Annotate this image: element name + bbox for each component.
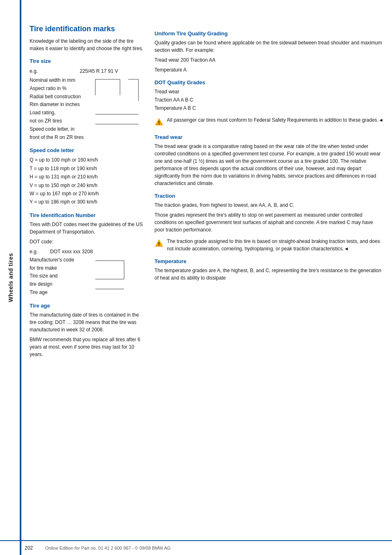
tire-size-diagram: e.g. 225/45 R 17 91 V Nominal width in m… [30, 68, 145, 141]
uniform-quality-para1: Quality grades can be found where applic… [154, 39, 384, 54]
svg-text:!: ! [158, 120, 160, 126]
dot-quality-heading: DOT Quality Grades [154, 79, 384, 86]
sidebar-label: Wheels and tires [7, 253, 14, 302]
dot-quality-grades: Tread wear Traction AA A B C Temperature… [154, 88, 384, 112]
traction-warning: ! The traction grade assigned to this ti… [154, 238, 384, 252]
temperature-body: The temperature grades are A, the highes… [154, 267, 384, 282]
speed-item-y: Y = up to 186 mph or 300 km/h [30, 198, 145, 206]
tire-size-bracket-area: Nominal width in mm Aspect ratio in % Ra… [30, 76, 145, 141]
traction-warning-text: The traction grade assigned to this tire… [167, 238, 384, 252]
speed-item-q: Q = up to 100 mph or 160 km/h [30, 156, 145, 164]
dot-bracket-svg [91, 256, 145, 297]
uniform-quality-example1: Tread wear 200 Traction AA [154, 56, 384, 64]
intro-text: Knowledge of the labeling on the side of… [30, 37, 145, 52]
dot-bracket-area: Manufacturer's code for tire make Tire s… [30, 256, 145, 297]
uniform-quality-heading: Uniform Tire Quality Grading [154, 30, 384, 37]
dot-quality-warning-text: All passenger car tires must conform to … [167, 116, 383, 124]
sidebar-bar [20, 0, 21, 555]
speed-item-h: H = up to 131 mph or 210 km/h [30, 173, 145, 181]
tire-id-heading: Tire Identification Number [30, 212, 145, 218]
main-title: Tire identification marks [30, 25, 145, 33]
dot-eg-row: e.g. DOT xxxx xxx 3208 [30, 249, 145, 254]
footer-page-number: 202 [25, 545, 39, 551]
svg-text:!: ! [158, 241, 160, 247]
dot-code-label: DOT code: [30, 238, 145, 245]
left-column: Tire identification marks Knowledge of t… [30, 25, 145, 547]
traction-para1: The traction grades, from highest to low… [154, 201, 384, 209]
sidebar: Wheels and tires [0, 0, 21, 555]
tire-eg-row: e.g. 225/45 R 17 91 V [30, 68, 145, 74]
dot-grade-2: Traction AA A B C [154, 96, 384, 104]
speed-item-w: W = up to 167 mph or 270 km/h [30, 190, 145, 198]
traction-heading: Traction [154, 193, 384, 199]
warning-triangle-icon-2: ! [154, 238, 164, 247]
footer: 202 Online Edition for Part no. 01 41 2 … [0, 540, 392, 555]
traction-para2: Those grades represent the tire's abilit… [154, 211, 384, 234]
uniform-quality-example2: Temperature A [154, 66, 384, 74]
tire-size-bracket-svg [91, 75, 145, 132]
tire-eg-label: e.g. [30, 68, 43, 74]
speed-code-heading: Speed code letter [30, 147, 145, 153]
right-column: Uniform Tire Quality Grading Quality gra… [154, 25, 384, 547]
tire-id-para1: Tires with DOT codes meet the guidelines… [30, 221, 145, 236]
speed-code-list: Q = up to 100 mph or 160 km/h T = up to … [30, 156, 145, 206]
tire-eg-value: 225/45 R 17 91 V [80, 68, 118, 74]
tread-wear-heading: Tread wear [154, 134, 384, 140]
tire-age-para2: BMW recommends that you replace all tire… [30, 336, 145, 358]
temperature-heading: Temperature [154, 258, 384, 264]
dot-eg-value: DOT xxxx xxx 3208 [50, 249, 93, 254]
dot-grade-3: Temperature A B C [154, 104, 384, 113]
warning-icon-2: ! [154, 238, 164, 250]
warning-icon-1: ! [154, 117, 164, 128]
main-content: Tire identification marks Knowledge of t… [21, 0, 392, 555]
tire-age-para1: The manufacturing date of tires is conta… [30, 311, 145, 333]
tire-size-heading: Tire size [30, 58, 145, 64]
speed-item-v: V = up to 150 mph or 240 km/h [30, 181, 145, 190]
diagram-label-6b: front of the R on ZR tires [30, 134, 145, 142]
dot-grade-1: Tread wear [154, 88, 384, 96]
speed-item-t: T = up to 118 mph or 190 km/h [30, 164, 145, 173]
tread-wear-body: The tread wear grade is a comparative ra… [154, 143, 384, 187]
warning-triangle-icon-1: ! [154, 117, 164, 126]
dot-eg-label: e.g. [30, 249, 38, 254]
footer-text: Online Edition for Part no. 01 41 2 600 … [45, 546, 171, 550]
tire-age-heading: Tire age [30, 303, 145, 309]
dot-diagram: e.g. DOT xxxx xxx 3208 Manufacturer's co… [30, 249, 145, 297]
dot-quality-warning: ! All passenger car tires must conform t… [154, 116, 384, 128]
